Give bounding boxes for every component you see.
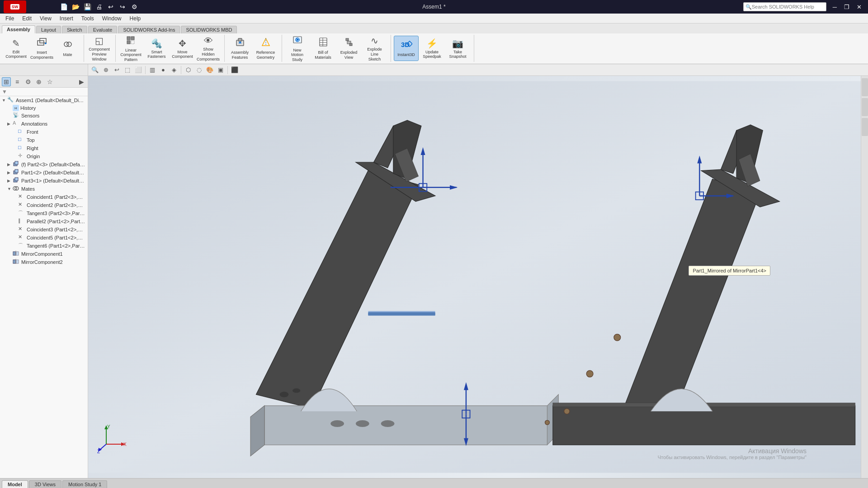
close-btn[interactable]: ✕ (854, 3, 864, 11)
tree-sensors[interactable]: 📡 Sensors (0, 112, 88, 120)
assembly-features-btn[interactable]: AssemblyFeatures (227, 36, 252, 61)
display-style-btn[interactable]: ▥ (147, 65, 157, 75)
search-input[interactable] (752, 4, 824, 9)
previous-view-btn[interactable]: ↩ (112, 65, 122, 75)
model-tab[interactable]: Model (2, 480, 28, 488)
lighting-btn[interactable]: ◌ (194, 65, 204, 75)
ribbon-buttons: ✎ EditComponent InsertComponents (0, 33, 868, 64)
apply-scene-btn[interactable]: ⬡ (183, 65, 193, 75)
bill-of-materials-btn[interactable]: Bill ofMaterials (311, 36, 335, 61)
options-btn[interactable]: ⚙ (129, 2, 139, 12)
top-bar-left (0, 64, 88, 76)
ribbon-tabs: Assembly Layout Sketch Evaluate SOLIDWOR… (0, 23, 868, 33)
linear-pattern-btn[interactable]: LinearComponentPattern (118, 36, 143, 61)
menu-edit[interactable]: Edit (19, 14, 35, 23)
explode-line-btn[interactable]: ∿ ExplodeLineSketch (362, 36, 387, 61)
show-hidden-label: ShowHiddenComponents (197, 47, 220, 61)
tab-layout[interactable]: Layout (36, 26, 61, 33)
tab-sketch[interactable]: Sketch (62, 26, 87, 33)
restore-btn[interactable]: ❐ (841, 3, 852, 11)
svg-point-58 (292, 388, 300, 393)
display-manager-icon[interactable]: ☆ (45, 77, 54, 86)
save-btn[interactable]: 💾 (82, 2, 92, 12)
tree-coincident2[interactable]: ✕ Coincident2 (Part2<3>,Part1<2>) (0, 201, 88, 209)
camera-btn[interactable]: 🎨 (205, 65, 215, 75)
dim-expert-icon[interactable]: ⊕ (34, 77, 43, 86)
expand-panel-icon[interactable]: ▶ (77, 77, 86, 86)
annotations-arrow: ▶ (7, 122, 13, 126)
vt-separator-2 (181, 66, 181, 74)
menu-help[interactable]: Help (126, 14, 145, 23)
tree-root[interactable]: ▼ 🔧 Assem1 (Default<Default_Display Stat… (0, 96, 88, 104)
tree-coincident5[interactable]: ✕ Coincident5 (Part1<2>,Part3<1>) (0, 234, 88, 242)
print-btn[interactable]: 🖨 (94, 2, 104, 12)
3d-views-tab[interactable]: 3D Views (29, 480, 61, 488)
feature-manager-icon[interactable]: ⊞ (2, 77, 11, 86)
section-view-btn[interactable]: ⬜ (133, 65, 143, 75)
menu-insert[interactable]: Insert (56, 14, 77, 23)
hide-show-btn[interactable]: ● (158, 65, 168, 75)
3d-view-btn[interactable]: ⬚ (123, 65, 132, 75)
tree-coincident3[interactable]: ✕ Coincident3 (Part1<2>,Part3<1>) (0, 225, 88, 234)
search-box[interactable]: 🔍 (743, 2, 826, 11)
tree-parallel2[interactable]: ∥ Parallel2 (Part1<2>,Part3<1>) (0, 217, 88, 225)
menu-view[interactable]: View (36, 14, 55, 23)
tree-tangent6[interactable]: ⌒ Tangent6 (Part1<2>,Part3<1>) (0, 242, 88, 250)
menu-window[interactable]: Window (99, 14, 125, 23)
component-preview-btn[interactable]: ◱ ComponentPreviewWindow (87, 36, 112, 61)
tree-history[interactable]: H History (0, 104, 88, 112)
viewport-settings-btn[interactable]: ⬛ (230, 65, 240, 75)
tree-mates[interactable]: ▼ Mates (0, 185, 88, 193)
tree-annotations[interactable]: ▶ A Annotations (0, 120, 88, 128)
new-file-btn[interactable]: 📄 (59, 2, 69, 12)
mate-btn[interactable]: Mate (55, 36, 80, 61)
menu-file[interactable]: File (2, 14, 18, 23)
take-snapshot-btn[interactable]: 📷 TakeSnapshot (445, 36, 470, 61)
update-speedpak-icon: ⚡ (426, 38, 438, 49)
show-hidden-btn[interactable]: 👁 ShowHiddenComponents (196, 36, 221, 61)
tree-right[interactable]: □ Right (0, 144, 88, 152)
move-component-btn[interactable]: ✥ MoveComponent (170, 36, 195, 61)
view-toolbar: 🔍 ⊕ ↩ ⬚ ⬜ ▥ ● ◈ ⬡ ◌ 🎨 ▣ ⬛ (88, 64, 868, 76)
tab-evaluate[interactable]: Evaluate (88, 26, 118, 33)
undo-btn[interactable]: ↩ (106, 2, 116, 12)
zoom-to-area-btn[interactable]: ⊕ (101, 65, 111, 75)
insert-components-btn[interactable]: InsertComponents (29, 36, 54, 61)
tree-part1-2[interactable]: ▶ Part1<2> (Default<Default>_PhotoV (0, 169, 88, 177)
tab-mbd[interactable]: SOLIDWORKS MBD (181, 26, 237, 33)
property-manager-icon[interactable]: ≡ (13, 77, 22, 86)
open-file-btn[interactable]: 📂 (71, 2, 80, 12)
mate-label: Mate (63, 52, 72, 57)
smart-fasteners-icon: 🔩 (151, 38, 162, 49)
edit-appearance-btn[interactable]: ◈ (169, 65, 179, 75)
tab-addins[interactable]: SOLIDWORKS Add-Ins (118, 26, 180, 33)
tree-tangent3[interactable]: ⌒ Tangent3 (Part2<3>,Part1<2>) (0, 209, 88, 217)
tree-origin[interactable]: ✛ Origin (0, 152, 88, 160)
display-state-btn[interactable]: ▣ (216, 65, 226, 75)
smart-fasteners-btn[interactable]: 🔩 SmartFasteners (144, 36, 169, 61)
tree-coincident1[interactable]: ✕ Coincident1 (Part2<3>,Part1<2>) (0, 193, 88, 201)
new-motion-study-btn[interactable]: NewMotionStudy (285, 36, 310, 61)
tree-mirror1[interactable]: MirrorComponent1 (0, 250, 88, 258)
motion-study-tab[interactable]: Motion Study 1 (62, 480, 107, 488)
update-speedpak-btn[interactable]: ⚡ UpdateSpeedpak (420, 36, 444, 61)
instant3d-btn[interactable]: 3D Instant3D (394, 36, 419, 61)
zoom-to-fit-btn[interactable]: 🔍 (90, 65, 100, 75)
origin-icon: ✛ (18, 153, 25, 160)
move-component-icon: ✥ (179, 38, 186, 49)
tree-front[interactable]: □ Front (0, 128, 88, 136)
tree-part3-1[interactable]: ▶ Part3<1> (Default<Default>_PhotoV (0, 177, 88, 185)
tree-mirror2[interactable]: MirrorComponent2 (0, 258, 88, 266)
reference-geometry-btn[interactable]: ReferenceGeometry (253, 36, 278, 61)
3d-viewport[interactable]: Part1_Mirrored of MirrorPart1<4> X Y Z А… (88, 76, 861, 478)
exploded-view-btn[interactable]: ExplodedView (336, 36, 361, 61)
quick-access-toolbar: 📄 📂 💾 🖨 ↩ ↪ ⚙ (59, 0, 139, 14)
redo-btn[interactable]: ↪ (118, 2, 127, 12)
edit-component-btn[interactable]: ✎ EditComponent (4, 36, 28, 61)
config-manager-icon[interactable]: ⚙ (24, 77, 33, 86)
tree-top[interactable]: □ Top (0, 136, 88, 144)
tab-assembly[interactable]: Assembly (2, 25, 35, 33)
menu-tools[interactable]: Tools (78, 14, 98, 23)
minimize-btn[interactable]: ─ (830, 3, 840, 11)
tree-part2-3[interactable]: ▶ (f) Part2<3> (Default<Default>_Phot (0, 160, 88, 169)
